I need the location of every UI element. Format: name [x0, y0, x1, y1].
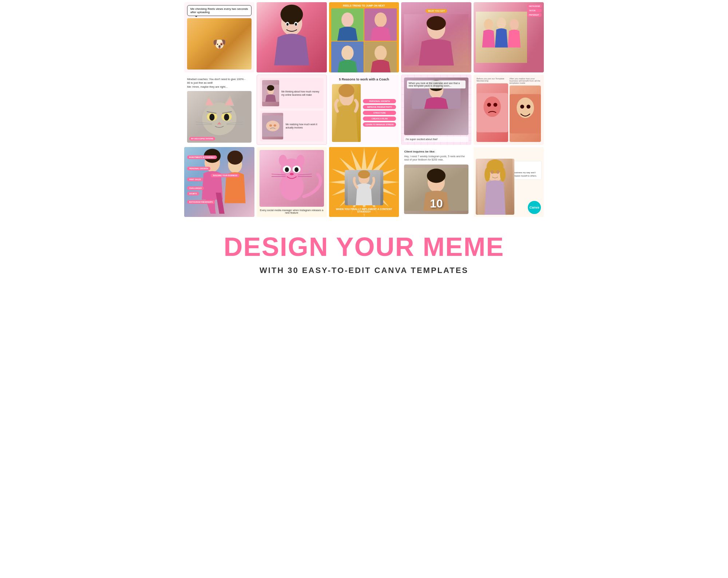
- collage-4: [364, 41, 397, 72]
- platform-badges: INSTAGRAM TIKTOK PINTEREST: [527, 4, 542, 17]
- what-you-got-card: WHAT YOU GOT: [401, 2, 471, 72]
- calendar-excited-card: When you look at the calendar and see th…: [401, 75, 471, 145]
- client-title: Client inquires be like:: [404, 150, 468, 153]
- badge-challenges: CHALLENGES: [187, 186, 204, 190]
- svg-point-8: [341, 12, 354, 27]
- svg-point-20: [497, 17, 506, 29]
- reason-5: LEARN TO MANAGE STRESS: [363, 122, 396, 127]
- calendar-text: When you look at the calendar and see th…: [407, 80, 466, 88]
- svg-point-2: [280, 5, 303, 24]
- svg-point-55: [494, 103, 498, 107]
- fashion-photo-main: INVESTMENTS IN YOURSELF PERSONAL GROWTH …: [184, 147, 254, 217]
- split-bottom: Me realizing how much work it actually i…: [260, 111, 324, 141]
- score-photo: 10: [404, 165, 468, 214]
- collage-3: [331, 41, 364, 72]
- svg-point-14: [375, 46, 387, 60]
- what-you-got-photo: WHAT YOU GOT: [401, 2, 471, 72]
- svg-point-58: [520, 104, 524, 108]
- reels-trend-card: REELS TREND TO JUMP ON NEXT: [329, 2, 399, 72]
- reasons-title: 5 Reasons to work with a Coach: [339, 78, 389, 81]
- split-text-top: Me thinking about how much money my onli…: [281, 90, 321, 96]
- content-strategy-figure: [345, 170, 383, 205]
- reason-4: CREATE A PLAN: [363, 116, 396, 121]
- svg-point-21: [510, 19, 519, 30]
- split-photo-top: [262, 80, 279, 106]
- tiktok-badge: TIKTOK: [527, 9, 542, 12]
- svg-point-31: [224, 114, 229, 121]
- instagram-badge: INSTAGRAM: [527, 4, 542, 8]
- svg-point-101: [427, 169, 446, 183]
- badge-instagram-friendships: INSTAGRAM FRIENDSHIPS: [187, 200, 215, 204]
- calendar-photo: When you look at the calendar and see th…: [404, 78, 468, 135]
- svg-point-98: [358, 170, 370, 178]
- client-text: Hey, I need 7 weekly Instagram posts, 5 …: [404, 155, 468, 162]
- svg-point-73: [294, 167, 298, 172]
- badge-investments: INVESTMENTS IN YOURSELF: [187, 155, 217, 159]
- fashion-badges-card: INVESTMENTS IN YOURSELF PERSONAL GROWTH …: [184, 147, 254, 217]
- svg-point-59: [526, 104, 530, 108]
- split-top: Me thinking about how much money my onli…: [260, 78, 324, 108]
- svg-point-107: [491, 170, 494, 174]
- split-container: Me thinking about how much money my onli…: [260, 78, 324, 142]
- pink-panther-card: Every social media manager when Instagra…: [257, 147, 327, 217]
- svg-point-105: [484, 167, 490, 182]
- canva-badge: Canva: [528, 201, 541, 214]
- svg-point-74: [290, 173, 294, 175]
- pinterest-badge: PINTEREST: [527, 13, 542, 17]
- svg-point-41: [267, 85, 274, 91]
- template-grid: Me checking Reels views every two second…: [182, 0, 546, 219]
- split-text-bottom: Me realizing how much work it actually i…: [285, 123, 321, 129]
- svg-point-5: [286, 23, 289, 26]
- svg-point-19: [484, 19, 493, 30]
- reason-3: STRUCTURE: [363, 111, 396, 115]
- fashion-platform-card: INSTAGRAM TIKTOK PINTEREST: [474, 2, 544, 72]
- footer: DESIGN YOUR MEME WITH 30 EASY-TO-EDIT CA…: [182, 219, 546, 286]
- svg-point-45: [273, 124, 276, 127]
- footer-main-title: DESIGN YOUR MEME: [189, 234, 539, 260]
- reason-2: IMPROVE PRODUCTIVITY: [363, 105, 396, 109]
- reasons-list: PERSONAL GROWTH IMPROVE PRODUCTIVITY STR…: [363, 84, 396, 142]
- reaction-photo: [257, 2, 327, 72]
- excited-text: I'm super excited about that!: [404, 136, 468, 142]
- speech-bubble: Me checking Reels views every two second…: [187, 5, 252, 16]
- after-image: [510, 86, 541, 142]
- svg-point-44: [269, 124, 272, 127]
- mindset-line3: Me: Hmm, maybe they are right...: [187, 85, 228, 88]
- svg-point-12: [341, 46, 354, 60]
- mindset-line1: Mindset coaches: You don't need to give …: [187, 78, 245, 81]
- svg-point-10: [375, 12, 387, 27]
- pink-panther-image: [260, 150, 324, 207]
- svg-point-69: [296, 155, 304, 166]
- reels-collage: [331, 8, 397, 72]
- badge-doubts: DOUBTS: [187, 192, 199, 195]
- reels-title: REELS TREND TO JUMP ON NEXT: [331, 4, 397, 7]
- fashion-photo: INSTAGRAM TIKTOK PINTEREST: [474, 2, 544, 72]
- canva-text: Canva: [529, 206, 539, 209]
- split-photo-bottom: [262, 113, 284, 139]
- before-after-container: Before you join our Template Membership …: [476, 78, 541, 142]
- mindset-text: Mindset coaches: You don't need to give …: [187, 78, 252, 89]
- badge-personal-growth: PERSONAL GROWTH: [187, 167, 210, 170]
- svg-point-72: [285, 167, 289, 172]
- thinking-split-card: Me thinking about how much money my onli…: [257, 75, 327, 145]
- svg-point-23: [202, 103, 236, 135]
- speech-text: Me checking Reels views every two second…: [190, 7, 248, 14]
- client-inquires-card: Client inquires be like: Hey, I need 7 w…: [401, 147, 471, 217]
- svg-point-43: [266, 121, 280, 131]
- before-image: [476, 83, 508, 142]
- floating-badges: INVESTMENTS IN YOURSELF PERSONAL GROWTH …: [184, 147, 254, 217]
- svg-point-17: [427, 16, 446, 30]
- before-after-card: Before you join our Template Membership …: [474, 75, 544, 145]
- mindset-line2: 80 is just fine as well!: [187, 81, 213, 84]
- svg-point-48: [338, 84, 354, 97]
- dog-image: 🐶: [187, 18, 252, 70]
- after-label: After you realize how your business will…: [510, 78, 541, 84]
- content-strategy-card: WHEN YOU FINALLY IMPLEMENT A CONTENT STR…: [329, 147, 399, 217]
- reasons-photo: [332, 84, 361, 142]
- svg-point-6: [295, 23, 297, 26]
- svg-point-108: [496, 170, 500, 174]
- svg-point-53: [484, 96, 501, 117]
- badge-first-sales: FIRST SALES: [187, 178, 203, 181]
- collage-2: [364, 8, 397, 41]
- dog-meme-card: Me checking Reels views every two second…: [184, 2, 254, 72]
